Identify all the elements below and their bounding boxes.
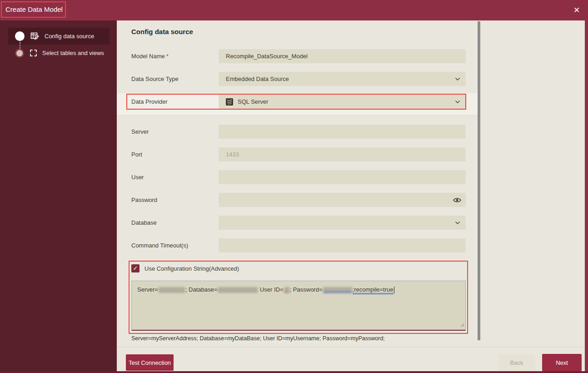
chevron-down-icon xyxy=(455,221,460,225)
selection-square-icon xyxy=(30,50,37,56)
window-right-border xyxy=(585,20,588,373)
sql-server-icon xyxy=(226,98,233,106)
user-input[interactable] xyxy=(219,170,466,184)
required-asterisk: * xyxy=(166,53,169,60)
page-title: Config data source xyxy=(131,28,193,35)
password-field xyxy=(219,193,466,207)
conn-seg-password: ; Password= xyxy=(290,286,323,293)
model-name-field xyxy=(219,49,466,63)
back-button[interactable]: Back xyxy=(498,354,535,371)
model-name-label: Model Name* xyxy=(131,49,215,63)
selected-value: SQL Server xyxy=(238,98,455,105)
form-row-data-source-type: Data Source Type Embedded Data Source xyxy=(117,72,478,86)
step-indicator-active xyxy=(15,31,25,41)
window-bottom-border xyxy=(0,371,588,373)
form-row-database: Database xyxy=(117,216,478,230)
step-config-data-source[interactable]: Config data source xyxy=(8,28,110,45)
conn-seg-userid: User ID= xyxy=(258,286,283,293)
dialog-title: Create Data Model xyxy=(5,5,63,13)
command-timeout-input[interactable] xyxy=(219,238,466,252)
form-row-user: User xyxy=(117,170,478,184)
conn-seg-server: Server= xyxy=(137,286,158,293)
data-source-type-label: Data Source Type xyxy=(131,72,215,86)
vertical-scrollbar-track[interactable] xyxy=(478,21,480,346)
config-data-source-panel: Config data source Model Name* Data Sour… xyxy=(117,20,585,371)
server-label: Server xyxy=(131,125,215,139)
form-row-password: Password xyxy=(117,193,478,207)
server-input[interactable] xyxy=(219,125,466,139)
form-row-command-timeout: Command Timeout(s) xyxy=(117,238,478,252)
model-name-input[interactable] xyxy=(219,49,466,63)
chevron-down-icon xyxy=(455,77,460,81)
step-select-tables-and-views[interactable]: Select tables and views xyxy=(0,45,117,61)
wizard-steps-sidebar: Config data source Select tables and vie… xyxy=(0,20,117,371)
port-input[interactable] xyxy=(219,147,466,161)
use-configuration-string-checkbox[interactable]: ✓ xyxy=(131,264,140,272)
database-label: Database xyxy=(131,216,215,230)
table-edit-icon xyxy=(30,32,39,40)
step-indicator-inactive xyxy=(15,49,24,58)
form-row-port: Port xyxy=(117,147,478,161)
user-label: User xyxy=(131,170,215,184)
configuration-string-textarea[interactable]: Server=; Database= User ID=; Password=;r… xyxy=(131,281,466,331)
step-label: Config data source xyxy=(45,33,94,40)
resize-handle-icon[interactable] xyxy=(460,322,464,328)
form-row-model-name: Model Name* xyxy=(117,49,478,63)
redacted-server-value xyxy=(159,287,185,293)
text-caret xyxy=(394,287,394,293)
password-input[interactable] xyxy=(219,193,466,207)
redacted-password-value xyxy=(323,287,352,293)
connection-string-hint: Server=myServerAddress; Database=myDataB… xyxy=(131,335,385,342)
vertical-scrollbar-thumb[interactable] xyxy=(478,21,480,340)
use-configuration-string-label: Use Configuration String(Advanced) xyxy=(145,265,239,272)
eye-icon[interactable] xyxy=(452,195,462,205)
selected-value: Embedded Data Source xyxy=(226,76,455,82)
data-provider-label: Data Provider xyxy=(131,95,215,109)
dialog-titlebar: Create Data Model ✕ xyxy=(0,0,588,20)
next-button[interactable]: Next xyxy=(542,354,582,371)
connection-string-line: Server=; Database= User ID=; Password=;r… xyxy=(137,285,460,294)
conn-seg-recompile: ;recompile=true xyxy=(353,286,394,294)
footer-divider xyxy=(117,347,585,347)
form-row-server: Server xyxy=(117,125,478,139)
create-data-model-dialog: Create Data Model ✕ Config data source xyxy=(0,0,588,373)
test-connection-button[interactable]: Test Connection xyxy=(126,354,174,371)
database-select[interactable] xyxy=(219,216,466,230)
command-timeout-label: Command Timeout(s) xyxy=(131,238,215,252)
chevron-down-icon xyxy=(455,100,460,104)
form-row-data-provider: Data Provider SQL Server xyxy=(117,95,478,109)
step-label: Select tables and views xyxy=(42,50,104,56)
server-field xyxy=(219,125,466,139)
port-label: Port xyxy=(131,147,215,161)
command-timeout-field xyxy=(219,238,466,252)
close-icon[interactable]: ✕ xyxy=(571,5,583,16)
redacted-database-value xyxy=(218,287,258,293)
use-configuration-string-row: ✓ Use Configuration String(Advanced) xyxy=(131,264,239,272)
port-field xyxy=(219,147,466,161)
conn-seg-database: ; Database= xyxy=(185,286,217,293)
redacted-userid-value xyxy=(284,287,289,293)
data-source-type-select[interactable]: Embedded Data Source xyxy=(219,72,466,86)
password-label: Password xyxy=(131,193,215,207)
user-field xyxy=(219,170,466,184)
data-provider-select[interactable]: SQL Server xyxy=(219,95,466,109)
